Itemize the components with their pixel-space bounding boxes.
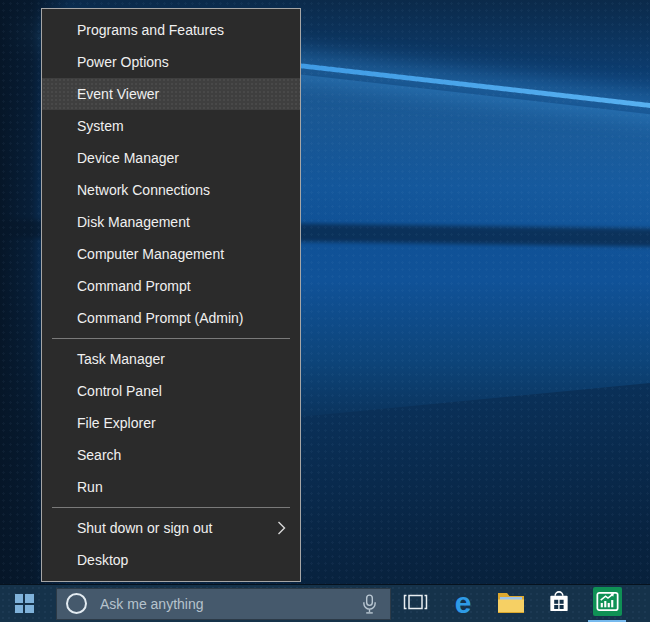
menu-item-desktop[interactable]: Desktop [42,544,300,576]
menu-item-label: Command Prompt (Admin) [77,310,244,326]
search-input[interactable] [98,595,362,613]
menu-item-task-manager[interactable]: Task Manager [42,343,300,375]
menu-separator [52,338,290,339]
menu-item-disk-management[interactable]: Disk Management [42,206,300,238]
menu-item-command-prompt[interactable]: Command Prompt [42,270,300,302]
menu-item-label: Disk Management [77,214,190,230]
task-view-icon [403,593,428,615]
menu-item-label: System [77,118,124,134]
menu-item-network-connections[interactable]: Network Connections [42,174,300,206]
menu-item-label: Desktop [77,552,128,568]
menu-item-label: Power Options [77,54,169,70]
chevron-right-icon [277,521,288,535]
file-explorer-button[interactable] [487,585,535,622]
menu-item-label: Search [77,447,121,463]
menu-item-label: Task Manager [77,351,165,367]
menu-item-label: Programs and Features [77,22,224,38]
folder-icon [497,590,525,617]
cortana-search-box[interactable] [56,588,391,620]
menu-item-file-explorer[interactable]: File Explorer [42,407,300,439]
menu-separator [52,507,290,508]
menu-item-event-viewer[interactable]: Event Viewer [42,78,300,110]
menu-item-shut-down-or-sign-out[interactable]: Shut down or sign out [42,512,300,544]
store-bag-icon [547,589,571,618]
menu-item-label: Device Manager [77,150,179,166]
menu-item-label: Command Prompt [77,278,191,294]
menu-item-system[interactable]: System [42,110,300,142]
context-menu: Programs and FeaturesPower OptionsEvent … [41,8,301,582]
edge-button[interactable]: e [439,585,487,622]
menu-item-search[interactable]: Search [42,439,300,471]
menu-item-device-manager[interactable]: Device Manager [42,142,300,174]
menu-item-computer-management[interactable]: Computer Management [42,238,300,270]
menu-item-label: Control Panel [77,383,162,399]
windows-logo-icon [15,594,34,613]
menu-item-run[interactable]: Run [42,471,300,503]
start-button[interactable] [0,585,48,622]
microphone-icon[interactable] [362,593,377,615]
task-view-button[interactable] [391,585,439,622]
edge-icon: e [455,588,472,618]
menu-item-label: Event Viewer [77,86,159,102]
menu-item-label: Shut down or sign out [77,520,212,536]
menu-item-label: File Explorer [77,415,156,431]
money-app-button[interactable] [583,585,631,622]
menu-item-power-options[interactable]: Power Options [42,46,300,78]
menu-item-command-prompt-admin[interactable]: Command Prompt (Admin) [42,302,300,334]
menu-item-label: Network Connections [77,182,210,198]
menu-item-label: Computer Management [77,246,224,262]
cortana-circle-icon [66,593,87,614]
chart-icon [593,587,622,620]
menu-item-label: Run [77,479,103,495]
menu-item-programs-and-features[interactable]: Programs and Features [42,14,300,46]
menu-item-control-panel[interactable]: Control Panel [42,375,300,407]
taskbar: e [0,584,650,622]
store-button[interactable] [535,585,583,622]
